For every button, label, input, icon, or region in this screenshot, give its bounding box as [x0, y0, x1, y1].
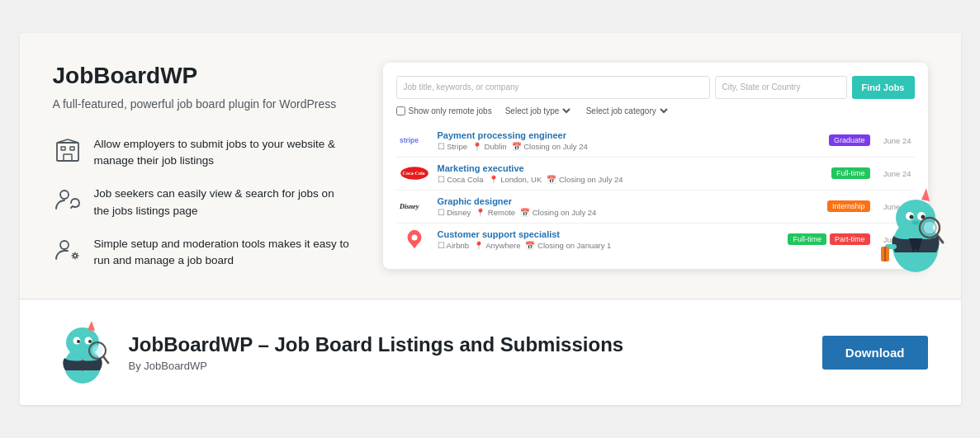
feature-setup-text: Simple setup and moderation tools makes …: [94, 236, 350, 270]
mascot-bottom-decoration: [53, 319, 112, 385]
job-meta: ☐ Disney 📍 Remote 📅 Closing on July 24: [438, 208, 819, 217]
company-logo: [400, 229, 429, 249]
svg-rect-3: [64, 154, 72, 161]
download-button[interactable]: Download: [822, 336, 928, 370]
job-tags: Graduate: [829, 134, 870, 146]
company-logo: Disney: [400, 196, 429, 216]
plugin-top-section: JobBoardWP A full-featured, powerful job…: [20, 33, 961, 299]
plugin-screenshot-area: Job title, keywords, or company City, St…: [383, 63, 928, 269]
job-list: stripe Payment processing engineer ☐ Str…: [396, 125, 915, 256]
job-row[interactable]: Coca-Cola Marketing executive ☐ Coca Col…: [396, 158, 915, 191]
job-info: Marketing executive ☐ Coca Cola 📍 London…: [438, 163, 823, 184]
feature-setup: Simple setup and moderation tools makes …: [53, 236, 350, 270]
job-info: Customer support specialist ☐ Airbnb 📍 A…: [438, 229, 780, 250]
job-tags: Full-time Part-time: [788, 233, 869, 245]
job-badge: Internship: [827, 200, 870, 212]
find-jobs-button[interactable]: Find Jobs: [852, 76, 915, 99]
svg-marker-16: [921, 188, 930, 201]
company-logo: stripe: [400, 130, 429, 150]
screenshot-mockup: Job title, keywords, or company City, St…: [383, 63, 928, 269]
plugin-left-panel: JobBoardWP A full-featured, powerful job…: [53, 63, 350, 270]
job-meta: ☐ Coca Cola 📍 London, UK 📅 Closing on Ju…: [438, 175, 823, 184]
job-badge: Graduate: [829, 134, 870, 146]
remote-filter[interactable]: Show only remote jobs: [396, 106, 492, 115]
feature-seekers-text: Job seekers can easily view & search for…: [94, 186, 350, 219]
job-info: Payment processing engineer ☐ Stripe 📍 D…: [438, 130, 821, 151]
filter-row: Show only remote jobs Select job type Se…: [396, 106, 915, 116]
svg-point-19: [909, 214, 913, 219]
building-icon: [53, 136, 83, 166]
svg-point-13: [411, 235, 417, 241]
plugin-bottom-info: JobBoardWP – Job Board Listings and Subm…: [129, 333, 806, 372]
keywords-input[interactable]: Job title, keywords, or company: [396, 76, 710, 99]
svg-rect-2: [70, 147, 74, 150]
plugin-author: By JobBoardWP: [129, 360, 806, 372]
svg-point-37: [92, 346, 102, 356]
mascot-right-decoration: [878, 186, 953, 277]
plugin-bottom-section: JobBoardWP – Job Board Listings and Subm…: [20, 299, 961, 405]
job-title: Marketing executive: [438, 163, 823, 173]
people-search-icon: [53, 186, 83, 215]
plugin-card: JobBoardWP A full-featured, powerful job…: [20, 33, 961, 406]
settings-people-icon: [53, 236, 83, 266]
city-input[interactable]: City, State or Country: [715, 76, 847, 99]
job-tags: Full-time: [831, 167, 870, 179]
plugin-title: JobBoardWP: [53, 63, 350, 89]
svg-point-35: [88, 340, 92, 343]
search-bar: Job title, keywords, or company City, St…: [396, 76, 915, 99]
feature-seekers: Job seekers can easily view & search for…: [53, 186, 350, 219]
company-logo: Coca-Cola: [400, 163, 429, 183]
job-title: Customer support specialist: [438, 229, 780, 239]
job-category-select[interactable]: Select job category: [583, 106, 670, 116]
svg-text:Coca-Cola: Coca-Cola: [402, 172, 424, 177]
job-badge: Part-time: [830, 233, 870, 245]
job-type-select[interactable]: Select job type: [502, 106, 573, 116]
svg-point-23: [923, 221, 936, 234]
svg-point-7: [60, 241, 69, 249]
job-meta: ☐ Airbnb 📍 Anywhere 📅 Closing on January…: [438, 241, 780, 250]
job-row[interactable]: Disney Graphic designer ☐ Disney 📍 Remot…: [396, 191, 915, 224]
feature-employers-text: Allow employers to submit jobs to your w…: [94, 136, 350, 170]
remote-checkbox[interactable]: [396, 106, 405, 115]
plugin-full-title: JobBoardWP – Job Board Listings and Subm…: [129, 333, 806, 356]
job-title: Graphic designer: [438, 196, 819, 206]
job-date: June 24: [878, 169, 911, 178]
job-tags: Internship: [827, 200, 870, 212]
feature-list: Allow employers to submit jobs to your w…: [53, 136, 350, 270]
job-badge: Full-time: [831, 167, 870, 179]
svg-line-38: [103, 356, 108, 363]
job-row[interactable]: Customer support specialist ☐ Airbnb 📍 A…: [396, 224, 915, 256]
job-badge: Full-time: [788, 233, 826, 245]
svg-point-6: [60, 191, 69, 199]
svg-text:Disney: Disney: [400, 203, 419, 210]
job-date: June 24: [878, 136, 911, 145]
feature-employers: Allow employers to submit jobs to your w…: [53, 136, 350, 170]
svg-point-34: [77, 340, 80, 343]
job-title: Payment processing engineer: [438, 130, 821, 140]
job-row[interactable]: stripe Payment processing engineer ☐ Str…: [396, 125, 915, 158]
svg-rect-0: [57, 143, 78, 161]
job-info: Graphic designer ☐ Disney 📍 Remote 📅 Clo…: [438, 196, 819, 217]
svg-text:stripe: stripe: [400, 137, 419, 145]
svg-marker-31: [88, 321, 95, 331]
job-meta: ☐ Stripe 📍 Dublin 📅 Closing on July 24: [438, 142, 821, 151]
svg-rect-1: [61, 147, 65, 150]
plugin-tagline: A full-featured, powerful job board plug…: [53, 96, 350, 113]
svg-point-21: [912, 220, 919, 224]
